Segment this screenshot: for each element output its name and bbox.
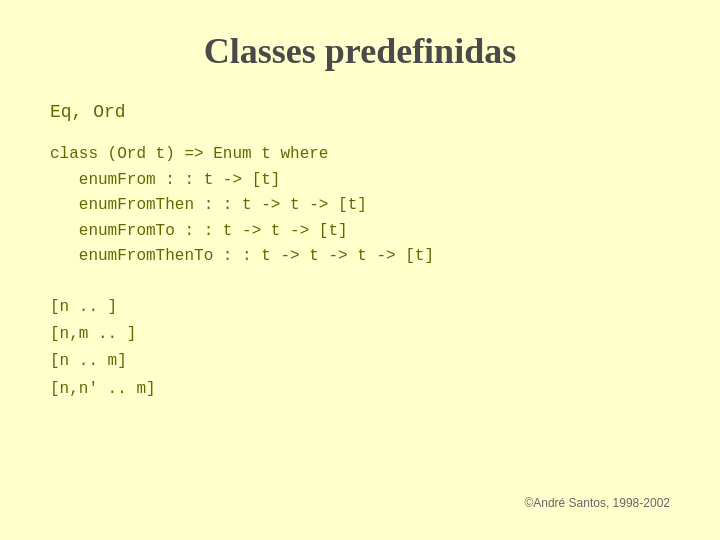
- example-line-3: [n .. m]: [50, 348, 670, 375]
- code-line-4: enumFromTo : : t -> t -> [t]: [50, 219, 670, 245]
- code-line-5: enumFromThenTo : : t -> t -> t -> [t]: [50, 244, 670, 270]
- code-line-2: enumFrom : : t -> [t]: [50, 168, 670, 194]
- example-line-4: [n,n' .. m]: [50, 376, 670, 403]
- footer-copyright: ©André Santos, 1998-2002: [524, 496, 670, 510]
- example-line-2: [n,m .. ]: [50, 321, 670, 348]
- code-block: class (Ord t) => Enum t where enumFrom :…: [50, 142, 670, 270]
- subtitle: Eq, Ord: [50, 102, 670, 122]
- slide: Classes predefinidas Eq, Ord class (Ord …: [0, 0, 720, 540]
- slide-title: Classes predefinidas: [50, 30, 670, 72]
- code-line-3: enumFromThen : : t -> t -> [t]: [50, 193, 670, 219]
- footer-row: ©André Santos, 1998-2002: [50, 496, 670, 510]
- example-line-1: [n .. ]: [50, 294, 670, 321]
- code-line-1: class (Ord t) => Enum t where: [50, 142, 670, 168]
- examples-block: [n .. ] [n,m .. ] [n .. m] [n,n' .. m]: [50, 294, 670, 403]
